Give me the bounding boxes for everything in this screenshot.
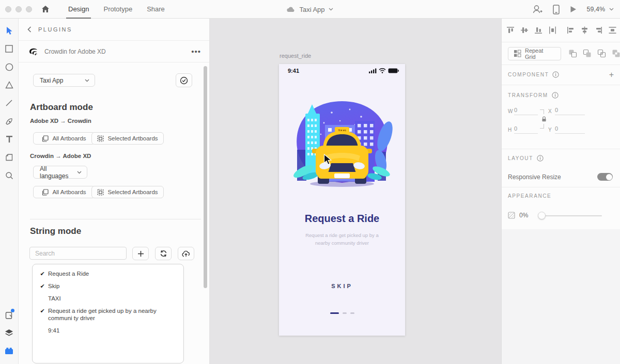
artboard-request-ride[interactable]: 9:41 [279,64,405,336]
string-row[interactable]: ✔ Request a ride get picked up by a near… [33,305,183,324]
y-label: Y [548,127,552,133]
selection-artboard-icon [97,135,104,142]
info-icon[interactable] [552,71,559,78]
boolean-exclude-icon[interactable] [612,49,620,58]
search-input[interactable] [29,247,127,260]
plugins-panel-icon[interactable] [0,342,19,360]
align-bottom-icon[interactable] [534,26,543,35]
window-controls[interactable] [5,6,32,12]
component-section-header: COMPONENT [508,71,559,78]
close-window-icon[interactable] [5,6,11,12]
width-field[interactable]: 0 [514,107,538,115]
string-row[interactable]: ✔ Request a Ride [33,267,183,280]
string-row[interactable]: ✔ Skip [33,280,183,292]
tab-share[interactable]: Share [140,0,172,19]
responsive-resize-toggle[interactable] [597,173,613,181]
panel-empty-area [502,229,620,364]
x-field[interactable]: 0 [555,107,585,115]
tab-design[interactable]: Design [61,0,96,19]
distribute-vertical-icon[interactable] [608,26,617,35]
confirm-project-button[interactable] [176,73,192,87]
rectangle-tool[interactable] [0,40,19,58]
zoom-control[interactable]: 59,4% [587,6,614,13]
lock-icon[interactable] [541,116,547,122]
select-tool[interactable] [0,22,19,40]
subtitle-line-1: Request a ride get picked up by a [279,231,405,239]
y-field[interactable]: 0 [555,125,585,134]
polygon-tool[interactable] [0,76,19,94]
transform-section-header: TRANSFORM [508,92,559,99]
chevron-down-icon [85,79,89,82]
home-icon[interactable] [41,5,50,13]
check-icon [37,295,48,302]
opacity-slider-knob[interactable] [538,212,546,219]
align-top-icon[interactable] [506,26,515,35]
minimize-window-icon[interactable] [16,6,22,12]
align-left-icon[interactable] [566,26,575,35]
info-icon[interactable] [537,155,544,162]
artboard-tool[interactable] [0,148,19,166]
layers-panel-icon[interactable] [0,324,19,342]
info-icon[interactable] [552,92,559,99]
height-field[interactable]: 0 [514,125,538,134]
text-tool[interactable] [0,130,19,148]
page-dot-active [330,312,339,314]
device-preview-icon[interactable] [553,5,560,14]
project-select[interactable]: Taxi App [33,74,95,87]
all-artboards-button[interactable]: All Artboards [33,132,95,145]
pen-tool[interactable] [0,112,19,130]
align-center-icon[interactable] [580,26,589,35]
boolean-subtract-icon[interactable] [583,49,592,58]
check-icon: ✔ [37,307,48,322]
distribute-horizontal-icon[interactable] [548,26,557,35]
all-artboards-label: All Artboards [52,189,86,195]
boolean-intersect-icon[interactable] [597,49,606,58]
plus-icon [137,250,144,257]
notification-dot [11,309,14,312]
upload-strings-button[interactable] [178,247,194,260]
selected-artboards-button[interactable]: Selected Artboards [91,132,164,145]
languages-select[interactable]: All languages [33,166,87,179]
link-bracket-bottom [540,124,544,129]
add-string-button[interactable] [132,247,149,260]
panel-scrollbar[interactable] [204,66,207,288]
check-icon [37,327,48,334]
back-chevron-icon[interactable] [27,26,32,33]
zoom-level: 59,4% [587,6,605,13]
assets-panel-icon[interactable] [0,306,19,324]
opacity-value[interactable]: 0% [519,212,528,219]
status-time: 9:41 [288,68,299,74]
zoom-window-icon[interactable] [26,6,32,12]
boolean-add-icon[interactable] [568,49,577,58]
ellipse-tool[interactable] [0,58,19,76]
opacity-slider-track[interactable] [541,215,602,216]
mouse-cursor-icon [323,154,332,165]
plugin-menu-icon[interactable]: ••• [191,49,201,54]
string-row[interactable]: TAXI [33,292,183,305]
zoom-tool[interactable] [0,166,19,184]
selected-artboards-button-2[interactable]: Selected Artboards [91,186,164,198]
refresh-icon [160,250,167,257]
skip-button[interactable]: SKIP [279,283,405,289]
design-canvas[interactable]: request_ride 9:41 [210,19,501,364]
artboard-name[interactable]: request_ride [280,53,311,59]
string-text: Request a Ride [48,270,89,277]
chevron-down-icon [329,8,333,11]
string-row[interactable]: 9:41 [33,324,183,337]
invite-user-icon[interactable] [532,5,542,14]
add-component-button[interactable]: + [609,71,614,78]
height-label: H [508,127,512,133]
align-middle-icon[interactable] [520,26,529,35]
line-tool[interactable] [0,94,19,112]
subtitle-line-2: nearby community driver [279,239,405,247]
string-text: Request a ride get picked up by a nearby… [48,307,177,322]
play-preview-icon[interactable] [570,6,577,13]
repeat-grid-button[interactable]: Repeat Grid [508,47,561,60]
align-right-icon[interactable] [594,26,603,35]
string-text: TAXI [48,295,61,302]
crowdin-logo-icon [28,47,38,56]
sync-strings-button[interactable] [155,247,172,260]
opacity-icon [508,212,515,219]
tab-prototype[interactable]: Prototype [96,0,140,19]
all-artboards-button-2[interactable]: All Artboards [33,186,95,198]
